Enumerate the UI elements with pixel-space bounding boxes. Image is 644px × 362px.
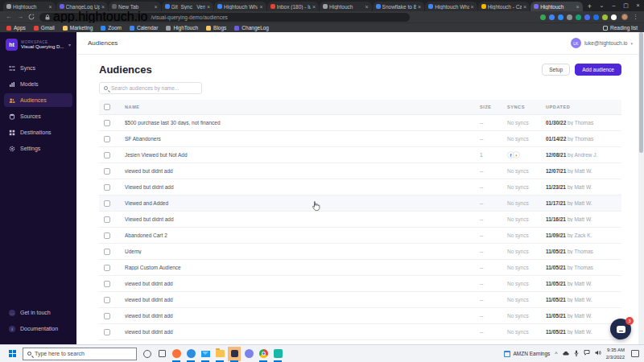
close-icon[interactable]: × [632,0,644,11]
tab-close-icon[interactable]: × [523,4,526,10]
chat-tray-icon[interactable] [584,350,590,357]
start-button[interactable] [5,346,19,362]
extension-icon[interactable] [549,14,555,20]
tab-close-icon[interactable]: × [154,4,157,10]
sidebar-item-audiences[interactable]: Audiences [4,93,72,107]
new-tab-button[interactable]: + [584,2,596,11]
browser-menu-icon[interactable]: ⋮ [633,14,638,20]
tab-close-icon[interactable]: × [418,4,421,10]
volume-icon[interactable] [595,350,601,357]
sidebar-item-sources[interactable]: Sources [4,109,72,123]
row-checkbox[interactable] [104,152,110,158]
table-row[interactable]: viewed but didnt add--No syncs11/05/21 b… [99,308,621,324]
row-checkbox[interactable] [104,184,110,191]
browser-tab[interactable]: Inbox (180) - lu...× [267,2,320,11]
support-chat-button[interactable]: 3 [610,319,631,339]
minimize-icon[interactable]: – [608,0,620,11]
bookmark-item[interactable]: Zoom [101,25,122,31]
forward-icon[interactable]: → [17,14,23,20]
row-checkbox[interactable] [104,249,110,255]
row-checkbox[interactable] [104,120,110,126]
table-row[interactable]: Udemy--No syncs11/05/21 by Thomas [99,244,621,260]
browser-tab[interactable]: Hightouch× [320,2,372,11]
bookmark-item[interactable]: Calendar [130,25,158,31]
active-app-icon[interactable] [227,346,242,362]
row-checkbox[interactable] [104,329,110,335]
extension-icon[interactable] [540,14,546,20]
extension-icon[interactable] [602,14,608,20]
extension-icon[interactable] [558,14,564,20]
row-checkbox[interactable] [104,265,110,271]
workspace-switcher[interactable]: ht WORKSPACE Visual Querying D... ▾ [0,32,76,56]
browser-tab[interactable]: Hightouch - Ca...× [478,2,530,11]
browser-tab[interactable]: Hightouch× [530,2,583,11]
back-icon[interactable]: ← [6,14,12,20]
browser-profile-avatar[interactable] [621,14,628,20]
row-checkbox[interactable] [104,216,110,223]
action-center-icon[interactable] [631,350,639,357]
row-checkbox[interactable] [104,200,110,207]
browser-tab[interactable]: Hightouch Wha...× [214,2,266,11]
sidebar-footer-get-in-touch[interactable]: …Get in touch [4,306,72,319]
extension-icon[interactable] [576,14,581,20]
tab-close-icon[interactable]: × [101,4,105,10]
table-row[interactable]: Viewed and Added--No syncs11/17/21 by Ma… [99,195,621,212]
sidebar-item-syncs[interactable]: Syncs [4,61,72,75]
tab-close-icon[interactable]: × [312,4,316,10]
file-explorer-icon[interactable] [213,346,227,362]
scrollbar-thumb[interactable] [639,32,643,153]
edge-icon[interactable] [184,346,198,362]
taskbar-clock[interactable]: 9:35 AM 2/3/2022 [606,347,625,360]
row-checkbox[interactable] [104,313,110,319]
tab-close-icon[interactable]: × [207,4,210,10]
row-checkbox[interactable] [104,136,110,142]
microphone-icon[interactable] [574,350,579,358]
table-row[interactable]: Jesien Viewed but Not Add1f◗12/08/21 by … [99,147,621,163]
bookmark-item[interactable]: Apps [6,25,26,31]
setup-button[interactable]: Setup [542,64,570,76]
chrome-icon[interactable] [256,346,270,362]
page-scrollbar[interactable] [638,32,644,344]
browser-tab[interactable]: Hightouch Wha...× [425,2,477,11]
sidebar-item-destinations[interactable]: Destinations [4,125,72,139]
bookmark-item[interactable]: HighTouch [166,25,198,31]
table-row[interactable]: $500 purchase last 30 days, not financed… [99,115,621,131]
row-checkbox[interactable] [104,297,110,303]
sidebar-footer-documentation[interactable]: iDocumentation [4,322,72,335]
tab-close-icon[interactable]: × [259,4,262,10]
table-row[interactable]: Viewed but didnt add--No syncs11/16/21 b… [99,212,621,228]
select-all-checkbox[interactable] [104,104,110,110]
browser-tab[interactable]: Hightouch× [3,2,56,11]
tab-close-icon[interactable]: × [471,4,474,10]
bookmark-item[interactable]: ChangeLog [234,25,269,31]
browser-tab[interactable]: Git_Sync_ Vend...× [162,2,214,11]
table-row[interactable]: viewed but didnt add--No syncs11/05/21 b… [99,324,621,340]
table-row[interactable]: SF Abandoners--No syncs01/14/22 by Thoma… [99,131,621,147]
extension-icon[interactable] [584,14,590,20]
taskbar-search[interactable]: Type here to search [23,348,137,360]
tab-close-icon[interactable]: × [48,4,52,10]
teams-icon[interactable] [242,346,256,362]
sidebar-item-settings[interactable]: Settings [4,142,72,155]
cortana-icon[interactable] [140,346,155,362]
tab-close-icon[interactable]: × [576,4,580,10]
table-row[interactable]: viewed but didnt add--No syncs11/05/21 b… [99,276,621,292]
extension-icon[interactable] [593,14,599,20]
task-view-icon[interactable] [155,346,169,362]
reload-icon[interactable] [28,14,35,20]
reading-list-button[interactable]: Reading list [603,25,638,31]
onedrive-icon[interactable] [563,350,569,357]
row-checkbox[interactable] [104,232,110,239]
sidebar-item-models[interactable]: Models [4,77,72,91]
table-row[interactable]: Viewed but didnt add--No syncs11/23/21 b… [99,179,621,195]
bookmark-item[interactable]: Marketing [63,25,93,31]
row-checkbox[interactable] [104,281,110,287]
table-row[interactable]: Rappi Custom Audience--No syncs11/05/21 … [99,260,621,276]
table-row[interactable]: viewed but didnt add--No syncs12/07/21 b… [99,163,621,179]
maximize-icon[interactable]: ▢ [620,0,632,11]
address-bar[interactable]: app.hightouch.io/visual-querying-demo/au… [39,13,410,22]
tray-expand-icon[interactable]: ^ [555,351,557,356]
mail-icon[interactable] [198,346,213,362]
capture-app-icon[interactable] [270,346,285,362]
tray-calendar-widget[interactable]: AMZN Earnings [504,351,550,357]
